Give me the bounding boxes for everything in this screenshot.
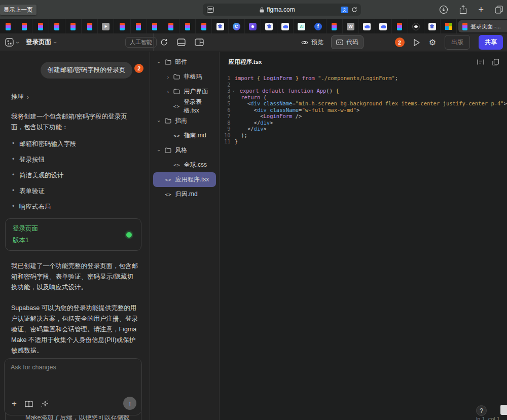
bookmark-paw-favicon[interactable] [424,19,441,33]
downloads-icon[interactable] [439,5,448,14]
project-title[interactable]: 登录页面 [26,38,51,47]
bookmark-c-circle-favicon[interactable]: C [229,19,245,33]
guidelines-book-icon[interactable] [25,401,33,407]
bookmark-paw-favicon[interactable] [261,19,277,33]
figma-favicon [201,23,206,30]
bookmark-w-gray-favicon[interactable]: W [343,19,359,33]
chevron-icon[interactable]: › [156,118,162,124]
bookmark-figma-favicon[interactable] [32,19,49,33]
code-text: <div className="min-h-screen bg-backgrou… [235,100,507,107]
whale-favicon [281,23,289,30]
bookmark-paw-favicon[interactable] [212,19,228,33]
chevron-icon[interactable]: › [156,147,162,154]
bookmark-figma-favicon[interactable] [327,19,343,33]
layout-panels-icon[interactable] [195,39,204,46]
bottom-panel-icon[interactable] [177,39,186,46]
chat-input-box[interactable]: + ↑ [4,358,142,415]
figma-assets-icon[interactable] [5,38,14,47]
reader-view-icon[interactable] [207,7,214,13]
bookmark-f-gray-favicon[interactable]: F [98,19,114,33]
tab-preview[interactable]: 预览 [297,36,328,49]
line-number: 7 [220,113,231,120]
settings-gear-icon[interactable]: ⚙ [429,37,436,47]
fold-chevron-icon[interactable]: › [230,89,236,94]
view-switcher: 预览 代码 [297,36,364,49]
bookmark-figma-favicon[interactable] [147,19,163,33]
tree-item-用户界面[interactable]: ›用户界面 [153,84,215,99]
figma-favicon [185,23,190,30]
share-icon[interactable] [459,5,467,14]
chevron-down-icon[interactable]: › [52,42,59,44]
code-text: return ( [235,94,267,101]
bookmark-ai-teal-favicon[interactable]: AI [294,19,310,33]
chat-input[interactable] [11,364,135,394]
tree-item-菲格玛[interactable]: ›菲格玛 [153,69,215,84]
address-bar[interactable]: figma.com 文 [203,4,361,16]
reload-icon[interactable] [351,7,357,13]
tree-item-应用程序.tsx[interactable]: <>应用程序.tsx [153,172,215,187]
bookmark-whale-favicon[interactable] [359,19,375,33]
bookmark-figma-favicon[interactable] [196,19,212,33]
sparkle-cursor-icon[interactable] [41,400,49,408]
tree-item-登录表格.tsx[interactable]: <>登录表格.tsx [153,99,215,113]
new-tab-icon[interactable]: + [478,5,484,15]
bookmark-figma-favicon[interactable] [114,19,130,33]
figma-favicon [38,23,43,30]
bookmark-figma-favicon[interactable] [49,19,65,33]
refresh-icon[interactable] [160,39,168,46]
tab-code[interactable]: 代码 [331,35,364,49]
chevron-icon[interactable]: › [165,74,171,80]
bookmark-whale-favicon[interactable] [277,19,294,33]
bookmark-figma-favicon[interactable] [163,19,179,33]
notification-badge[interactable]: 2 [395,37,405,47]
feature-item: 响应式布局 [12,203,139,211]
code-line: 4 return ( [220,94,507,101]
figma-favicon [70,23,76,30]
tree-item-风格[interactable]: ›风格 [153,143,215,158]
share-button[interactable]: 共享 [479,35,503,50]
feature-item: 登录按钮 [12,156,139,164]
help-button[interactable]: ? [476,405,487,416]
bookmark-figma-favicon[interactable] [16,19,32,33]
send-button[interactable]: ↑ [123,397,136,410]
chevron-icon[interactable]: › [165,89,171,95]
translate-icon[interactable]: 文 [341,7,348,13]
bookmark-whale-favicon[interactable] [375,19,391,33]
copy-icon[interactable] [492,59,499,66]
attach-plus-icon[interactable]: + [12,399,17,409]
code-icon [336,40,343,45]
active-browser-tab[interactable]: 登录页面 -... [458,20,507,32]
code-file-icon: <> [173,162,180,168]
bookmark-purple-app-favicon[interactable] [245,19,261,33]
bookmark-figma-favicon[interactable] [0,19,16,33]
chevron-down-icon[interactable]: › [14,42,21,44]
tree-item-指南[interactable]: ›指南 [153,113,215,128]
code-area[interactable]: 1import { LoginForm } from "./components… [220,75,507,145]
tree-item-全球.css[interactable]: <>全球.css [153,158,215,172]
bookmark-ms-favicon[interactable] [441,19,457,33]
bookmark-figma-favicon[interactable] [82,19,98,33]
tree-item-label: 归因.md [175,190,198,199]
bookmark-figma-favicon[interactable] [179,19,196,33]
supabase-paragraph: Supabase 可以为您的登录功能提供完整的用户认证解决方案，包括安全的用户注… [11,303,139,356]
version-card[interactable]: 登录页面 版本1 [5,218,141,251]
bookmark-figma-favicon[interactable] [65,19,82,33]
code-text: </div> [235,120,273,126]
figma-favicon [332,23,337,30]
bookmark-panda-favicon[interactable] [408,19,424,33]
tree-item-归因.md[interactable]: <>归因.md [153,187,215,202]
tree-item-部件[interactable]: ›部件 [153,55,215,69]
format-code-icon[interactable] [477,59,484,66]
url-text[interactable]: figma.com [267,6,295,13]
tab-overview-icon[interactable] [495,6,503,14]
tree-item-指南.md[interactable]: <>指南.md [153,128,215,143]
play-icon[interactable] [413,39,420,47]
bookmark-figma-favicon[interactable] [392,19,408,33]
publish-button[interactable]: 出版 [445,35,470,50]
reasoning-toggle[interactable]: 推理› [11,93,150,101]
ms-favicon [445,23,452,30]
bookmark-figma-favicon[interactable] [131,19,147,33]
bookmark-f-blue-favicon[interactable]: f [310,19,327,33]
chevron-icon[interactable]: › [156,59,162,65]
code-line: 5 <div className="min-h-screen bg-backgr… [220,100,507,107]
